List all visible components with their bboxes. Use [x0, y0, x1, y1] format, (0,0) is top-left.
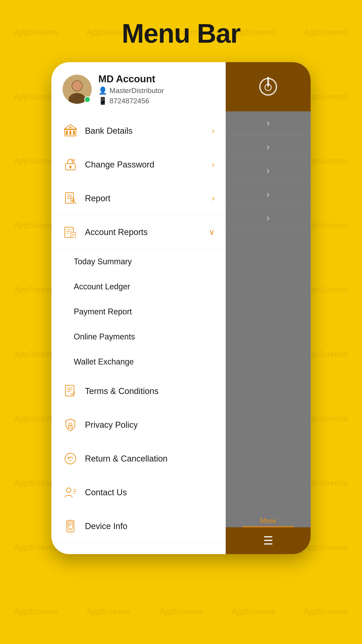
- power-button[interactable]: [259, 78, 277, 96]
- submenu-item-account-ledger[interactable]: Account Ledger: [51, 274, 226, 299]
- password-icon: [62, 157, 78, 172]
- role-icon: 👤: [98, 86, 107, 95]
- svg-point-11: [69, 166, 71, 168]
- submenu-item-wallet-exchange[interactable]: Wallet Exchange: [51, 349, 226, 374]
- submenu-item-today-summary[interactable]: Today Summary: [51, 249, 226, 274]
- menu-item-contact[interactable]: Contact Us: [51, 476, 226, 510]
- svg-point-34: [66, 488, 71, 492]
- report-label: Report: [85, 194, 205, 203]
- right-panel-bottom: ☰: [226, 527, 311, 554]
- menu-item-terms[interactable]: Terms & Conditions: [51, 374, 226, 408]
- right-panel-row-1[interactable]: ›: [226, 111, 311, 135]
- right-chevron-5: ›: [267, 213, 270, 223]
- bank-icon: [62, 123, 78, 139]
- profile-info: MD Account 👤 MasterDistributor 📱 8724872…: [98, 73, 164, 105]
- right-chevron-4: ›: [267, 189, 270, 199]
- wallet-exchange-label: Wallet Exchange: [74, 357, 134, 366]
- account-reports-submenu: Today Summary Account Ledger Payment Rep…: [51, 249, 226, 374]
- power-icon-svg: [263, 81, 274, 92]
- menu-item-privacy[interactable]: Privacy Policy: [51, 408, 226, 442]
- phone-icon: 📱: [98, 96, 107, 105]
- online-payments-label: Online Payments: [74, 332, 135, 342]
- menu-item-bank-details[interactable]: Bank Details ›: [51, 114, 226, 148]
- svg-rect-5: [66, 131, 68, 135]
- report-icon: [62, 190, 78, 206]
- bank-details-label: Bank Details: [85, 126, 205, 136]
- version-bar: v1.1 Location: 26.4911003 92.0845498: [51, 543, 226, 554]
- right-panel-row-5[interactable]: ›: [226, 206, 311, 230]
- svg-rect-38: [67, 520, 74, 532]
- svg-point-3: [72, 81, 82, 91]
- menu-item-report[interactable]: Report ›: [51, 182, 226, 215]
- account-reports-chevron-down: ∨: [209, 228, 215, 237]
- submenu-item-online-payments[interactable]: Online Payments: [51, 324, 226, 349]
- account-ledger-label: Account Ledger: [74, 282, 130, 291]
- svg-point-32: [65, 453, 76, 464]
- svg-rect-39: [68, 522, 73, 528]
- change-password-chevron: ›: [212, 160, 215, 169]
- menu-item-change-password[interactable]: Change Password ›: [51, 148, 226, 182]
- more-label: More: [226, 517, 311, 525]
- account-reports-label: Account Reports: [85, 228, 202, 237]
- profile-phone-text: 8724872456: [109, 97, 149, 105]
- avatar-container: [62, 75, 92, 104]
- privacy-label: Privacy Policy: [85, 420, 215, 430]
- terms-icon: [62, 383, 78, 399]
- right-chevron-1: ›: [267, 118, 270, 128]
- menu-panel: MD Account 👤 MasterDistributor 📱 8724872…: [51, 62, 226, 554]
- contact-icon: [62, 484, 78, 500]
- device-icon: [62, 518, 78, 534]
- report-chevron: ›: [212, 194, 215, 203]
- svg-rect-23: [71, 232, 76, 238]
- right-panel-row-2[interactable]: ›: [226, 135, 311, 159]
- right-chevron-3: ›: [267, 166, 270, 176]
- today-summary-label: Today Summary: [74, 257, 132, 266]
- right-panel-row-4[interactable]: ›: [226, 182, 311, 206]
- submenu-item-payment-report[interactable]: Payment Report: [51, 299, 226, 324]
- profile-name: MD Account: [98, 73, 164, 84]
- profile-header: MD Account 👤 MasterDistributor 📱 8724872…: [51, 62, 226, 114]
- menu-item-account-reports[interactable]: Account Reports ∨: [51, 215, 226, 249]
- location-coords: 26.4911003 92.0845498: [126, 552, 161, 554]
- svg-rect-7: [73, 131, 75, 135]
- svg-rect-6: [69, 131, 71, 135]
- right-panel-top: [226, 62, 311, 111]
- return-icon: [62, 451, 78, 466]
- payment-report-label: Payment Report: [74, 307, 132, 316]
- hamburger-icon[interactable]: ☰: [263, 534, 273, 547]
- right-panel: › › › › › More ☰: [226, 62, 311, 554]
- bank-details-chevron: ›: [212, 126, 215, 136]
- right-panel-row-3[interactable]: ›: [226, 159, 311, 182]
- menu-item-device[interactable]: Device Info: [51, 510, 226, 543]
- phone-frame: MD Account 👤 MasterDistributor 📱 8724872…: [51, 62, 311, 554]
- privacy-icon: [62, 417, 78, 433]
- lat-coord: 26.4911003: [126, 552, 161, 554]
- page-title: Menu Bar: [122, 18, 240, 49]
- svg-point-9: [69, 126, 71, 128]
- profile-role-row: 👤 MasterDistributor: [98, 86, 164, 95]
- device-label: Device Info: [85, 522, 215, 531]
- menu-item-return[interactable]: Return & Cancellation: [51, 442, 226, 476]
- profile-role-text: MasterDistributor: [109, 86, 164, 95]
- terms-label: Terms & Conditions: [85, 386, 215, 396]
- online-indicator: [84, 96, 90, 103]
- return-label: Return & Cancellation: [85, 454, 215, 464]
- account-reports-icon: [62, 224, 78, 240]
- profile-phone-row: 📱 8724872456: [98, 96, 164, 105]
- right-chevron-2: ›: [267, 142, 270, 152]
- contact-label: Contact Us: [85, 488, 215, 497]
- change-password-label: Change Password: [85, 160, 205, 170]
